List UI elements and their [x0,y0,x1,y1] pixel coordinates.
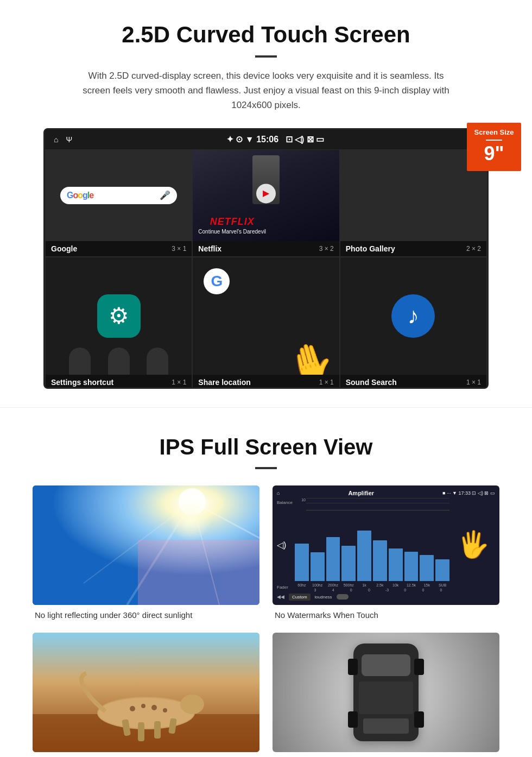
loudness-toggle[interactable] [337,594,349,600]
eq-bar-4 [341,546,356,581]
car-image [273,633,499,752]
freq-label-10: SUB [435,583,449,587]
sound-app-size: 1 × 1 [466,379,481,386]
settings-preview: ⚙ [46,257,192,375]
car-wheel-front-left [348,659,358,675]
status-time: 15:06 [256,135,278,144]
sunlight-image [33,485,259,605]
netflix-branding: NETFLIX Continue Marvel's Daredevil [198,216,266,235]
svg-rect-17 [138,722,144,741]
card-car: Large Viewing Angle [273,633,499,757]
amp-status-bar: ⌂ Amplifier ■ ··· ▼ 17:33 ⊡ ◁) ⊠ ▭ [277,490,495,496]
amplifier-caption: No Watermarks When Touch [273,610,499,620]
google-search-bar[interactable]: Google 🎤 [60,187,177,204]
svg-point-14 [163,708,167,712]
amp-eq-bars [295,512,449,583]
section1-title-underline [255,55,277,58]
netflix-subtitle: Continue Marvel's Daredevil [198,229,266,235]
card-sunlight: No light reflecting under 360° direct su… [33,485,259,620]
search-input[interactable] [97,190,156,201]
amplifier-container: ⌂ Amplifier ■ ··· ▼ 17:33 ⊡ ◁) ⊠ ▭ Balan… [273,485,499,605]
window-icon: ▭ [316,135,324,144]
card-cheetah: Super Fast Response [33,633,259,757]
settings-app-name: Settings shortcut [51,378,113,387]
play-button[interactable]: ▶ [256,184,276,203]
sound-label-row: Sound Search 1 × 1 [340,375,486,389]
google-app-name: Google [51,244,77,253]
eq-bar-8 [404,552,419,581]
svg-rect-6 [138,540,259,605]
x-icon: ⊠ [307,135,314,144]
gallery-app-name: Photo Gallery [346,244,395,253]
netflix-app-size: 3 × 2 [319,245,334,253]
share-app-size: 1 × 1 [319,379,334,386]
sunlight-svg [33,485,259,605]
settings-app-size: 1 × 1 [172,379,186,386]
eq-bar-10 [435,559,449,581]
badge-size: 9" [484,142,504,165]
badge-divider [486,140,502,141]
eq-bar-6 [373,540,387,581]
amp-fader-label: Fader [277,585,293,590]
svg-point-10 [98,698,194,728]
netflix-label-row: Netflix 3 × 2 [193,241,339,256]
amp-numbers: 3 4 0 0 -3 0 0 0 [295,588,449,592]
cheetah-image [33,633,259,752]
share-label-row: Share location 1 × 1 [193,375,339,389]
svg-point-11 [130,706,135,711]
sound-preview: ♪ [340,257,486,375]
share-app-name: Share location [198,378,250,387]
section1: 2.5D Curved Touch Screen With 2.5D curve… [0,0,532,402]
eq-bar-2 [311,552,325,581]
image-grid: No light reflecting under 360° direct su… [33,485,499,757]
amplifier-image: ⌂ Amplifier ■ ··· ▼ 17:33 ⊡ ◁) ⊠ ▭ Balan… [273,485,499,605]
bluetooth-icon: ✦ [226,135,233,144]
freq-label-4: 500hz [341,583,356,587]
location-icon: ⊙ [236,135,243,144]
amp-side-labels: Balance ◁) Fader [277,498,293,592]
gallery-preview [340,150,486,241]
car-wheel-rear-right [414,711,424,728]
app-cell-netflix[interactable]: ▶ NETFLIX Continue Marvel's Daredevil Ne… [192,149,339,257]
status-bar: ⌂ Ψ ✦ ⊙ ▼ 15:06 ⊡ ◁) ⊠ ▭ [45,130,487,149]
music-note-icon: ♪ [391,294,435,338]
eq-bar-7 [389,548,403,581]
cheetah-svg [33,633,259,752]
app-cell-share[interactable]: G 🤚 Share location 1 × 1 [192,257,339,389]
section2: IPS Full Screen View [0,413,532,757]
settings-icon-large: ⚙ [97,294,141,338]
freq-label-2: 100hz [311,583,325,587]
amp-time: 17:33 [458,490,471,496]
google-preview: Google 🎤 [46,150,192,241]
volume-icon: ◁) [295,135,304,144]
people-shadow [60,348,177,375]
amp-title: Amplifier [348,490,374,496]
device-screen: ⌂ Ψ ✦ ⊙ ▼ 15:06 ⊡ ◁) ⊠ ▭ [43,128,489,389]
amp-icons: ■ ··· ▼ 17:33 ⊡ ◁) ⊠ ▭ [442,490,495,496]
section2-title: IPS Full Screen View [33,435,499,459]
custom-button[interactable]: Custom [289,594,311,601]
google-label-row: Google 3 × 1 [46,241,192,256]
app-cell-sound[interactable]: ♪ Sound Search 1 × 1 [340,257,487,389]
freq-label-6: 2.5k [373,583,387,587]
eq-bar-3 [326,537,340,581]
device-mockup: Screen Size 9" ⌂ Ψ ✦ ⊙ ▼ 15:06 ⊡ ◁) ⊠ [43,128,489,389]
app-cell-google[interactable]: Google 🎤 Google 3 × 1 [45,149,192,257]
svg-point-12 [141,704,145,708]
status-bar-center: ✦ ⊙ ▼ 15:06 ⊡ ◁) ⊠ ▭ [79,134,472,144]
camera-icon: ⊡ [286,135,293,144]
svg-rect-18 [154,721,161,739]
freq-label-3: 200hz [326,583,340,587]
gallery-label-row: Photo Gallery 2 × 2 [340,241,486,256]
gallery-app-size: 2 × 2 [466,245,481,253]
amp-arrow-icon: ◀◀ [277,594,284,600]
sound-app-name: Sound Search [346,378,397,387]
app-cell-settings[interactable]: ⚙ Settings shortcut 1 × 1 [45,257,192,389]
hand-on-screen: 🖐 [452,498,495,592]
card-amplifier: ⌂ Amplifier ■ ··· ▼ 17:33 ⊡ ◁) ⊠ ▭ Balan… [273,485,499,620]
freq-label-5: 1k [357,583,371,587]
section-divider [0,407,532,408]
app-cell-gallery[interactable]: Photo Gallery 2 × 2 [340,149,487,257]
freq-label-7: 10k [389,583,403,587]
netflix-logo: NETFLIX [198,216,266,228]
